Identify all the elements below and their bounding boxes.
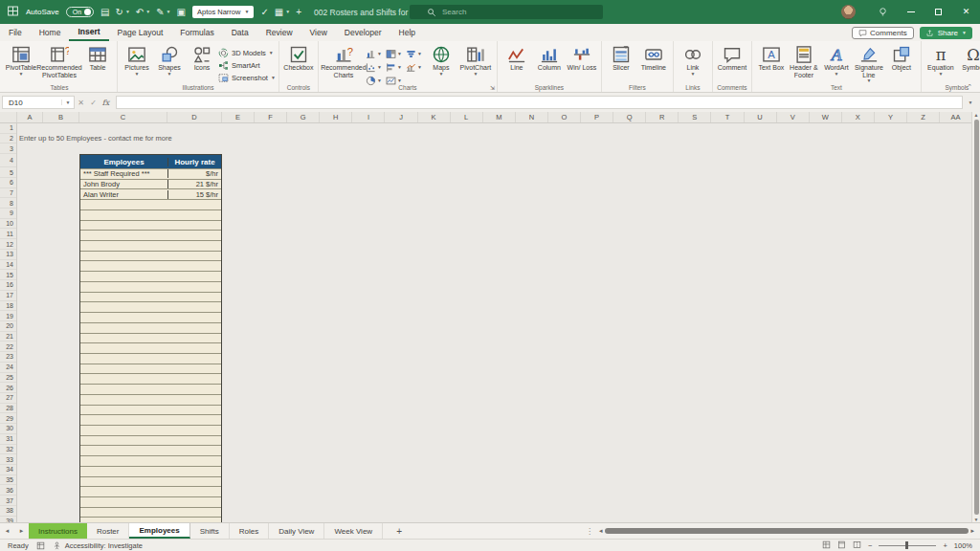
chartscatter-button[interactable]: ▼ — [366, 61, 385, 74]
text-box-button[interactable]: AText Box — [755, 44, 788, 72]
link-button[interactable]: Link▼ — [677, 44, 709, 77]
row-header-1[interactable]: 1 — [0, 123, 16, 134]
recommended-charts-button[interactable]: ?Recommended Charts — [322, 44, 366, 78]
cancel-button[interactable]: ✕ — [75, 99, 87, 107]
row-header-13[interactable]: 13 — [0, 250, 16, 260]
table-row[interactable] — [80, 220, 221, 231]
column-header-D[interactable]: D — [167, 112, 222, 122]
comment-button[interactable]: Comment — [716, 44, 748, 72]
column-header-L[interactable]: L — [451, 112, 483, 122]
splitter-handle[interactable]: ⋮ — [586, 527, 593, 536]
table-row[interactable] — [80, 312, 221, 322]
comments-button[interactable]: Comments — [852, 27, 914, 39]
pictures-button[interactable]: Pictures▼ — [121, 44, 153, 77]
restore-button[interactable] — [924, 0, 952, 24]
avatar[interactable] — [841, 5, 856, 19]
column-header-X[interactable]: X — [842, 112, 875, 122]
table-row[interactable] — [80, 240, 221, 251]
employees-table[interactable]: EmployeesHourly rate*** Staff Required *… — [79, 154, 222, 522]
screenshot-icon[interactable]: ▣ — [177, 7, 186, 17]
hscroll-thumb[interactable] — [605, 528, 969, 534]
equation-button[interactable]: πEquation▼ — [924, 44, 957, 77]
expand-formula-bar-icon[interactable]: ▼ — [963, 99, 978, 105]
screenshot-button[interactable]: Screenshot▼ — [218, 72, 276, 83]
sheet-tab-employees[interactable]: Employees — [129, 523, 189, 539]
row-header-28[interactable]: 28 — [0, 404, 16, 414]
zoom-in-button[interactable]: + — [943, 541, 947, 550]
sheet-nav-left-icon[interactable]: ◂ — [0, 527, 14, 535]
macro-record-icon[interactable] — [36, 541, 45, 550]
page-break-view-icon[interactable] — [853, 540, 861, 551]
autosave-toggle[interactable]: On — [66, 7, 94, 17]
row-header-2[interactable]: 2 — [0, 134, 16, 144]
scroll-left-icon[interactable]: ◂ — [599, 527, 603, 535]
row-header-14[interactable]: 14 — [0, 260, 16, 271]
table-row[interactable] — [80, 322, 221, 333]
column-header-M[interactable]: M — [483, 112, 516, 122]
chartfunnel-button[interactable]: ▼ — [406, 48, 425, 60]
win-loss-button[interactable]: Win/ Loss — [566, 44, 598, 72]
zoom-level[interactable]: 100% — [954, 541, 972, 550]
table-header-row[interactable]: EmployeesHourly rate — [80, 155, 221, 168]
table-row[interactable]: *** Staff Required ***$/hr — [80, 168, 221, 179]
table-row[interactable] — [80, 301, 221, 312]
page-layout-view-icon[interactable] — [837, 540, 846, 551]
table-row[interactable]: Alan Writer15 $/hr — [80, 188, 221, 199]
row-header-9[interactable]: 9 — [0, 209, 16, 219]
row-header-20[interactable]: 20 — [0, 321, 16, 332]
table-row[interactable] — [80, 496, 221, 507]
table-row[interactable] — [80, 384, 221, 394]
lightbulb-icon[interactable] — [869, 0, 897, 24]
zoom-slider[interactable] — [879, 545, 936, 546]
table-row[interactable] — [80, 260, 221, 271]
column-header-I[interactable]: I — [352, 112, 385, 122]
row-header-34[interactable]: 34 — [0, 465, 16, 475]
header-footer-button[interactable]: Header & Footer — [788, 44, 820, 78]
column-header-AA[interactable]: AA — [940, 112, 972, 122]
select-all-corner[interactable] — [0, 112, 17, 122]
horizontal-scrollbar[interactable]: ⋮ ◂ ▸ — [586, 527, 980, 536]
ribbon-tab-view[interactable]: View — [301, 24, 336, 41]
slicer-button[interactable]: Slicer — [605, 44, 637, 72]
column-header-Y[interactable]: Y — [875, 112, 907, 122]
vertical-scrollbar[interactable]: ▲ ▼ — [971, 112, 980, 522]
shapes-button[interactable]: Shapes▼ — [153, 44, 186, 77]
row-header-16[interactable]: 16 — [0, 280, 16, 291]
row-header-8[interactable]: 8 — [0, 198, 16, 209]
row-header-5[interactable]: 5 — [0, 167, 16, 178]
sheet-tab-daily-view[interactable]: Daily View — [269, 523, 324, 539]
chartbar-button[interactable]: ▼ — [386, 61, 405, 74]
ribbon-tab-insert[interactable]: Insert — [69, 24, 108, 41]
column-header-B[interactable]: B — [43, 112, 79, 122]
font-name-dropdown[interactable]: Aptos Narrow ▼ — [192, 6, 254, 18]
scroll-right-icon[interactable]: ▸ — [970, 527, 974, 535]
column-header-W[interactable]: W — [810, 112, 842, 122]
table-row[interactable] — [80, 353, 221, 364]
chartcombo-button[interactable]: ▼ — [406, 61, 425, 74]
table-row[interactable] — [80, 373, 221, 384]
row-header-15[interactable]: 15 — [0, 270, 16, 280]
row-header-37[interactable]: 37 — [0, 496, 16, 506]
minimize-button[interactable] — [897, 0, 924, 24]
row-header-4[interactable]: 4 — [0, 154, 16, 167]
column-header-E[interactable]: E — [222, 112, 255, 122]
row-header-31[interactable]: 31 — [0, 434, 16, 445]
row-header-19[interactable]: 19 — [0, 311, 16, 321]
table-row[interactable] — [80, 333, 221, 343]
column-header-K[interactable]: K — [418, 112, 451, 122]
checkbox-button[interactable]: Checkbox — [282, 44, 315, 72]
column-header-A[interactable]: A — [17, 112, 43, 122]
recommended-pivottables-button[interactable]: ?Recommended PivotTables — [37, 44, 81, 78]
row-header-3[interactable]: 3 — [0, 143, 16, 154]
row-header-21[interactable]: 21 — [0, 332, 16, 342]
line-button[interactable]: Line — [501, 44, 533, 72]
search-input[interactable]: Search — [410, 5, 603, 19]
dialog-launcher-icon[interactable]: ⇲ — [490, 84, 495, 91]
row-header-36[interactable]: 36 — [0, 485, 16, 496]
table-row[interactable] — [80, 342, 221, 353]
row-header-18[interactable]: 18 — [0, 301, 16, 312]
column-header-N[interactable]: N — [516, 112, 548, 122]
row-header-25[interactable]: 25 — [0, 373, 16, 384]
collapse-ribbon-icon[interactable]: ⌃ — [967, 83, 972, 91]
table-row[interactable] — [80, 230, 221, 240]
